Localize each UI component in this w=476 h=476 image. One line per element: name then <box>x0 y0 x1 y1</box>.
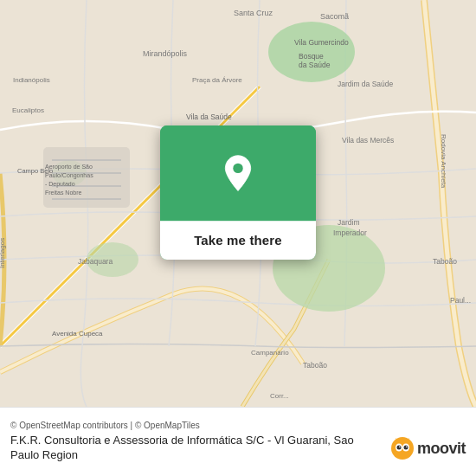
moovit-icon <box>390 436 415 460</box>
svg-text:Rodovia Anchieta: Rodovia Anchieta <box>440 134 447 189</box>
svg-point-41 <box>391 437 414 460</box>
svg-text:Mirandópolis: Mirandópolis <box>143 49 188 58</box>
popup-card: Take me there <box>160 125 316 260</box>
svg-text:Paul...: Paul... <box>450 296 471 305</box>
moovit-logo: moovit <box>390 436 466 460</box>
svg-text:Corr...: Corr... <box>270 392 289 400</box>
svg-text:Aeroporto de São: Aeroporto de São <box>45 164 93 170</box>
svg-text:Jardim da Saúde: Jardim da Saúde <box>338 80 394 88</box>
svg-text:da Saúde: da Saúde <box>299 61 331 69</box>
svg-point-45 <box>403 446 408 450</box>
bottom-bar: © OpenStreetMap contributors | © OpenMap… <box>0 407 476 476</box>
svg-text:Sacomã: Sacomã <box>320 12 349 21</box>
svg-text:Taboão: Taboão <box>303 361 327 370</box>
svg-point-46 <box>399 446 401 447</box>
svg-text:Jabaquara: Jabaquara <box>78 257 113 266</box>
svg-text:Vila da Saúde: Vila da Saúde <box>186 113 232 121</box>
svg-text:Campanário: Campanário <box>251 349 289 357</box>
popup-map-area <box>160 125 316 221</box>
location-name: F.K.R. Consultoria e Assessoria de Infor… <box>10 434 383 463</box>
attribution-text: © OpenStreetMap contributors | © OpenMap… <box>10 421 466 430</box>
svg-text:Interlagos: Interlagos <box>0 238 6 268</box>
svg-text:Vila Gumercindo: Vila Gumercindo <box>294 38 349 47</box>
svg-point-44 <box>396 446 401 450</box>
svg-text:Freitas Nobre: Freitas Nobre <box>45 190 82 196</box>
svg-text:Taboão: Taboão <box>433 257 457 266</box>
svg-point-40 <box>233 164 242 173</box>
svg-text:Santa Cruz: Santa Cruz <box>234 9 273 17</box>
svg-text:Bosque: Bosque <box>299 52 324 61</box>
svg-text:Vila das Mercês: Vila das Mercês <box>342 136 394 145</box>
svg-text:Imperador: Imperador <box>333 228 367 237</box>
location-row: F.K.R. Consultoria e Assessoria de Infor… <box>10 434 466 463</box>
take-me-there-button[interactable]: Take me there <box>160 221 316 260</box>
svg-text:Paulo/Congonhas: Paulo/Congonhas <box>45 172 93 179</box>
svg-text:Eucaliptos: Eucaliptos <box>12 106 44 114</box>
svg-text:Praça da Árvore: Praça da Árvore <box>192 76 242 84</box>
svg-text:Avenida Cupeca: Avenida Cupeca <box>52 330 103 338</box>
svg-point-47 <box>406 446 408 447</box>
location-pin-icon <box>219 154 257 192</box>
svg-text:Indianópolis: Indianópolis <box>13 76 50 84</box>
moovit-brand-text: moovit <box>417 440 466 458</box>
svg-text:Jardim: Jardim <box>338 218 360 227</box>
map-container[interactable]: Santa Cruz Sacomã Indianópolis Mirandópo… <box>0 0 476 407</box>
svg-text:- Deputado: - Deputado <box>45 181 75 188</box>
